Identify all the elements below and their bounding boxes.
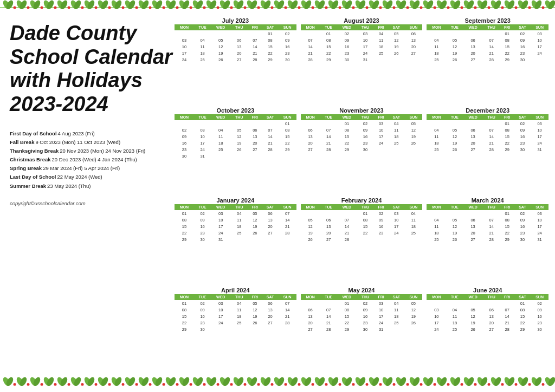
title-line4: 2023-2024 — [10, 93, 108, 115]
day-cell: 22 — [500, 230, 514, 236]
day-cell: 00 — [320, 300, 337, 306]
day-cell: 00 — [446, 30, 463, 37]
day-header: THU — [357, 294, 374, 300]
day-cell: 00 — [230, 326, 248, 332]
day-cell: 24 — [374, 319, 388, 326]
day-cell: 17 — [175, 50, 194, 56]
day-cell: 00 — [388, 326, 404, 332]
day-cell: 00 — [404, 326, 422, 332]
day-cell: 24 — [388, 230, 404, 236]
day-header: SUN — [404, 294, 422, 300]
day-header: SUN — [279, 24, 296, 30]
day-cell: 03 — [211, 210, 230, 217]
day-header: TUE — [194, 294, 211, 300]
day-cell: 20 — [262, 223, 278, 230]
day-cell: 21 — [279, 223, 296, 230]
day-cell: 08 — [337, 127, 357, 133]
day-cell: 29 — [279, 146, 296, 153]
table-row: 25262728293000 — [427, 56, 548, 63]
day-header: SAT — [514, 24, 531, 30]
month-title: July 2023 — [175, 17, 296, 24]
day-cell: 18 — [427, 50, 446, 56]
day-cell: 16 — [194, 223, 211, 230]
day-header: MON — [301, 204, 320, 210]
info-value: 9 Oct 2023 (Mon) 11 Oct 2023 (Wed) — [35, 138, 120, 147]
svg-point-32 — [379, 6, 382, 9]
day-cell: 00 — [427, 120, 446, 127]
day-header: WED — [337, 294, 357, 300]
day-cell: 29 — [262, 56, 278, 63]
month-title: November 2023 — [301, 107, 423, 114]
day-header: FRI — [248, 204, 262, 210]
day-cell: 19 — [230, 140, 248, 146]
table-row: 18192021222324 — [427, 230, 548, 236]
day-cell: 26 — [446, 56, 463, 63]
day-cell: 17 — [211, 223, 230, 230]
day-cell: 21 — [500, 319, 514, 326]
day-cell: 25 — [404, 230, 422, 236]
day-cell: 01 — [175, 210, 194, 217]
day-cell: 18 — [446, 319, 463, 326]
day-header: MON — [427, 294, 446, 300]
svg-point-31 — [366, 6, 369, 9]
top-leaf-border: /* leaves rendered below */ — [0, 0, 555, 15]
day-cell: 29 — [500, 236, 514, 243]
day-cell: 14 — [483, 133, 500, 140]
day-cell: 09 — [194, 306, 211, 313]
day-cell: 14 — [500, 313, 514, 319]
day-cell: 31 — [531, 236, 548, 243]
table-row: 27282930000000 — [301, 146, 423, 153]
day-cell: 00 — [301, 30, 320, 37]
svg-point-23 — [257, 6, 260, 9]
day-cell: 03 — [374, 120, 388, 127]
day-cell: 19 — [211, 50, 230, 56]
svg-point-48 — [14, 383, 16, 386]
table-row: 00000000000001 — [175, 120, 296, 127]
day-cell: 16 — [357, 313, 374, 319]
day-cell: 06 — [301, 127, 320, 133]
day-cell: 08 — [337, 306, 357, 313]
svg-point-81 — [461, 383, 463, 386]
day-cell: 05 — [446, 37, 463, 43]
day-header: SAT — [388, 114, 404, 120]
day-cell: 00 — [427, 300, 446, 306]
table-row: 24252627282930 — [175, 56, 296, 63]
day-cell: 10 — [427, 313, 446, 319]
svg-point-9 — [68, 6, 70, 9]
svg-point-28 — [325, 6, 328, 9]
day-cell: 15 — [337, 313, 357, 319]
day-cell: 14 — [262, 133, 278, 140]
day-cell: 16 — [514, 133, 531, 140]
day-cell: 15 — [175, 313, 194, 319]
day-cell: 17 — [374, 133, 388, 140]
day-cell: 04 — [374, 30, 388, 37]
day-cell: 23 — [514, 50, 531, 56]
day-cell: 16 — [531, 313, 548, 319]
day-cell: 03 — [211, 300, 230, 306]
month-calendar: October 2023MONTUEWEDTHUFRISATSUN0000000… — [175, 107, 296, 195]
day-header: FRI — [374, 114, 388, 120]
day-cell: 30 — [514, 146, 531, 153]
month-calendar: November 2023MONTUEWEDTHUFRISATSUN000001… — [301, 107, 423, 195]
svg-point-37 — [447, 6, 450, 9]
day-cell: 00 — [230, 120, 248, 127]
table-row: 25262728293031 — [427, 236, 548, 243]
day-header: SUN — [279, 294, 296, 300]
info-row: First Day of School4 Aug 2023 (Fri) — [10, 129, 172, 138]
svg-point-10 — [81, 6, 84, 9]
day-cell: 14 — [248, 43, 262, 50]
day-cell: 11 — [388, 306, 404, 313]
day-cell: 19 — [404, 133, 422, 140]
day-cell: 06 — [463, 37, 483, 43]
day-cell: 20 — [320, 230, 337, 236]
svg-point-40 — [488, 6, 491, 9]
day-cell: 07 — [248, 37, 262, 43]
day-header: THU — [483, 204, 500, 210]
day-cell: 00 — [388, 146, 404, 153]
svg-point-86 — [528, 383, 531, 386]
day-cell: 11 — [194, 43, 211, 50]
svg-point-34 — [406, 6, 409, 9]
day-cell: 00 — [262, 153, 278, 159]
day-cell: 01 — [500, 210, 514, 217]
day-cell: 21 — [320, 140, 337, 146]
